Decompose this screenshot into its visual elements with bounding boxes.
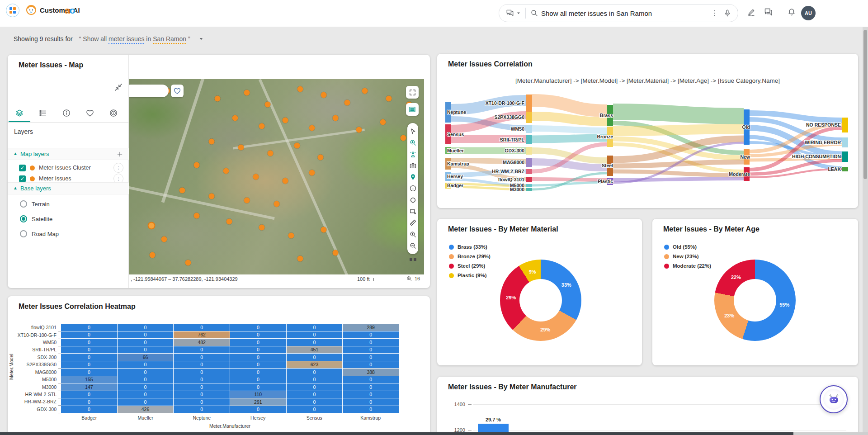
- meter-issue-marker[interactable]: [274, 201, 279, 207]
- meter-issue-marker[interactable]: [150, 252, 156, 258]
- sankey-node[interactable]: [842, 118, 848, 132]
- heatmap-cell[interactable]: 0: [174, 369, 230, 376]
- heatmap-cell[interactable]: 0: [61, 406, 117, 413]
- meter-issue-marker[interactable]: [259, 225, 264, 231]
- heatmap-cell[interactable]: 0: [118, 331, 174, 339]
- meter-issue-marker[interactable]: [362, 88, 368, 94]
- heatmap-cell[interactable]: 0: [230, 406, 286, 413]
- layer-more-button[interactable]: ⋮: [113, 163, 123, 173]
- heatmap-cell[interactable]: 0: [118, 369, 174, 376]
- sankey-node[interactable]: [526, 169, 532, 174]
- streetview-icon[interactable]: [409, 151, 417, 158]
- sankey-link[interactable]: [532, 128, 607, 131]
- sankey-link[interactable]: [613, 179, 744, 180]
- heatmap-cell[interactable]: 623: [287, 361, 343, 369]
- heatmap-cell[interactable]: 388: [343, 369, 399, 376]
- base-layer-radio[interactable]: [20, 215, 27, 222]
- heatmap-cell[interactable]: 0: [230, 331, 286, 339]
- sankey-link[interactable]: [532, 182, 607, 185]
- sankey-link[interactable]: [532, 138, 607, 139]
- heatmap-cell[interactable]: 0: [230, 354, 286, 361]
- meter-issue-marker[interactable]: [232, 115, 238, 121]
- sankey-chart[interactable]: NeptuneSensusMuellerKamstrupHerseyBadger…: [445, 88, 854, 201]
- sidebar-tab-info[interactable]: [55, 105, 78, 121]
- heatmap-cell[interactable]: 0: [287, 391, 343, 398]
- heatmap-cell[interactable]: 0: [287, 369, 343, 376]
- heatmap-cell[interactable]: 762: [174, 331, 230, 339]
- meter-issue-marker[interactable]: [386, 96, 392, 102]
- meter-issue-marker[interactable]: [283, 178, 288, 184]
- meter-issue-marker[interactable]: [214, 96, 220, 102]
- heatmap-cell[interactable]: 482: [174, 339, 230, 346]
- heatmap-cell[interactable]: 0: [287, 398, 343, 406]
- pin-icon[interactable]: [409, 173, 417, 181]
- sankey-node[interactable]: [526, 158, 532, 167]
- entity-meter-issues[interactable]: meter issues: [108, 35, 144, 44]
- heatmap-cell[interactable]: 0: [287, 383, 343, 391]
- horizontal-scrollbar[interactable]: [0, 432, 868, 435]
- meter-issue-marker[interactable]: [333, 115, 339, 121]
- sankey-node[interactable]: [526, 135, 532, 144]
- heatmap-cell[interactable]: 0: [174, 324, 230, 331]
- heatmap-cell[interactable]: 0: [174, 391, 230, 398]
- annotate-icon[interactable]: [747, 8, 756, 17]
- base-layer-radio[interactable]: [20, 230, 27, 237]
- age-donut-chart[interactable]: 55%23%22%: [714, 260, 796, 341]
- heatmap-cell[interactable]: 0: [287, 339, 343, 346]
- meter-issue-marker[interactable]: [208, 194, 214, 199]
- cursor-icon[interactable]: [409, 128, 417, 135]
- sankey-node[interactable]: [842, 167, 848, 171]
- heatmap-cell[interactable]: 0: [343, 376, 399, 383]
- meter-issue-marker[interactable]: [356, 127, 362, 133]
- sankey-node[interactable]: [526, 184, 532, 187]
- heatmap-cell[interactable]: 0: [343, 391, 399, 398]
- map-legend-button[interactable]: [406, 103, 419, 116]
- heatmap-cell[interactable]: 0: [174, 346, 230, 354]
- heatmap-cell[interactable]: 0: [118, 398, 174, 406]
- legend-item[interactable]: New (23%): [664, 254, 711, 259]
- collapse-sidebar-icon[interactable]: [113, 82, 125, 94]
- heatmap-cell[interactable]: 0: [174, 406, 230, 413]
- sankey-node[interactable]: [842, 137, 848, 147]
- heatmap-cell[interactable]: 0: [174, 376, 230, 383]
- heatmap-cell[interactable]: 0: [61, 391, 117, 398]
- conversations-icon[interactable]: [764, 7, 773, 17]
- heatmap-cell[interactable]: 0: [118, 339, 174, 346]
- meter-issue-marker[interactable]: [194, 213, 200, 219]
- heatmap-cell[interactable]: 0: [174, 398, 230, 406]
- select-rect-icon[interactable]: [409, 208, 417, 215]
- zoom-in-icon[interactable]: [409, 231, 417, 238]
- heatmap-cell[interactable]: 0: [287, 331, 343, 339]
- legend-item[interactable]: Plastic (9%): [449, 273, 491, 278]
- meter-issue-marker[interactable]: [179, 188, 185, 194]
- heatmap-cell[interactable]: 0: [61, 346, 117, 354]
- search-options-icon[interactable]: [711, 9, 719, 17]
- legend-item[interactable]: Bronze (29%): [449, 254, 491, 259]
- meter-issue-marker[interactable]: [283, 117, 288, 123]
- sankey-node[interactable]: [526, 188, 532, 191]
- heatmap-cell[interactable]: 0: [287, 324, 343, 331]
- heatmap-cell[interactable]: 289: [343, 324, 399, 331]
- heatmap-cell[interactable]: 0: [118, 391, 174, 398]
- sankey-link[interactable]: [613, 112, 744, 116]
- meter-issue-marker[interactable]: [208, 139, 214, 145]
- heatmap-cell[interactable]: 0: [343, 383, 399, 391]
- heatmap-cell[interactable]: 0: [61, 354, 117, 361]
- heatmap-cell[interactable]: 0: [230, 383, 286, 391]
- base-layers-section-header[interactable]: ▲ Base layers: [8, 182, 129, 194]
- meter-issue-marker[interactable]: [223, 168, 229, 174]
- meter-issue-marker[interactable]: [401, 135, 406, 141]
- heatmap-cell[interactable]: 0: [230, 346, 286, 354]
- legend-item[interactable]: Brass (33%): [449, 244, 491, 250]
- heatmap-cell[interactable]: 0: [343, 398, 399, 406]
- search-input[interactable]: [538, 9, 711, 17]
- heatmap-cell[interactable]: 426: [118, 406, 174, 413]
- meter-issue-marker[interactable]: [321, 92, 326, 98]
- camera-icon[interactable]: [409, 162, 417, 170]
- meter-issue-marker[interactable]: [297, 256, 303, 262]
- meter-issue-marker[interactable]: [185, 260, 191, 266]
- heatmap-cell[interactable]: 0: [174, 383, 230, 391]
- heatmap-cell[interactable]: 0: [61, 398, 117, 406]
- heatmap-cell[interactable]: 0: [343, 346, 399, 354]
- heatmap-cell[interactable]: 0: [118, 324, 174, 331]
